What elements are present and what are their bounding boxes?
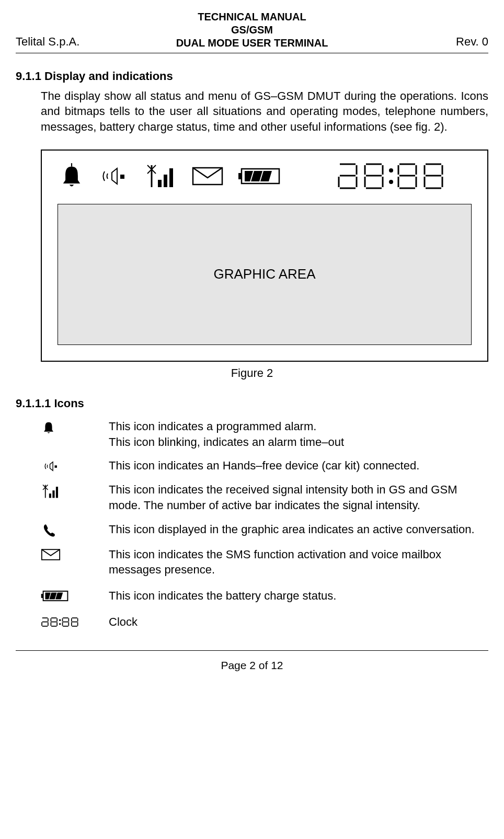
page-footer: Page 2 of 12 bbox=[16, 650, 488, 672]
svg-point-24 bbox=[59, 623, 61, 625]
phone-icon bbox=[41, 522, 109, 538]
svg-rect-6 bbox=[164, 175, 167, 187]
header-line1: TECHNICAL MANUAL bbox=[16, 10, 488, 24]
svg-rect-19 bbox=[56, 487, 58, 498]
icon-entry-clock: Clock bbox=[41, 614, 488, 630]
figure-2-box: GRAPHIC AREA bbox=[41, 150, 488, 362]
handsfree-icon bbox=[100, 163, 132, 189]
svg-rect-7 bbox=[169, 168, 173, 187]
envelope-icon bbox=[191, 165, 224, 187]
header-revision: Rev. 0 bbox=[456, 35, 488, 50]
envelope-icon bbox=[41, 547, 109, 561]
bell-icon bbox=[58, 162, 86, 190]
bell-icon bbox=[41, 419, 109, 435]
sms-desc: This icon indicates the SMS function act… bbox=[109, 547, 488, 578]
signal-desc: This icon indicates the received signal … bbox=[109, 482, 488, 513]
graphic-area-box: GRAPHIC AREA bbox=[58, 204, 472, 345]
header-company: Telital S.p.A. bbox=[16, 35, 79, 50]
battery-icon bbox=[41, 588, 109, 603]
subsection-heading: 9.1.1.1 Icons bbox=[16, 396, 488, 411]
icon-entry-signal: This icon indicates the received signal … bbox=[41, 482, 488, 513]
handsfree-icon bbox=[41, 458, 109, 474]
svg-rect-5 bbox=[158, 180, 162, 187]
icon-entry-handsfree: This icon indicates an Hands–free device… bbox=[41, 458, 488, 474]
clock-desc: Clock bbox=[109, 614, 488, 630]
svg-rect-17 bbox=[49, 493, 51, 498]
svg-rect-1 bbox=[120, 175, 124, 179]
section-paragraph: The display show all status and menu of … bbox=[41, 88, 488, 135]
header-title-block: TECHNICAL MANUAL GS/GSM DUAL MODE USER T… bbox=[16, 10, 488, 50]
icon-entry-sms: This icon indicates the SMS function act… bbox=[41, 547, 488, 578]
svg-point-23 bbox=[59, 619, 61, 620]
battery-desc: This icon indicates the battery charge s… bbox=[109, 588, 488, 604]
section-heading: 9.1.1 Display and indications bbox=[16, 69, 488, 84]
battery-icon bbox=[238, 166, 282, 187]
signal-icon bbox=[146, 162, 177, 190]
icon-entry-call: This icon displayed in the graphic area … bbox=[41, 522, 488, 538]
icon-entry-alarm: This icon indicates a programmed alarm. … bbox=[41, 419, 488, 450]
svg-point-12 bbox=[389, 180, 393, 184]
header-line3: DUAL MODE USER TERMINAL bbox=[16, 37, 488, 50]
call-desc: This icon displayed in the graphic area … bbox=[109, 522, 488, 537]
svg-point-11 bbox=[389, 168, 393, 173]
header-line2: GS/GSM bbox=[16, 24, 488, 37]
svg-rect-18 bbox=[52, 490, 54, 498]
icon-description-table: This icon indicates a programmed alarm. … bbox=[41, 419, 488, 630]
alarm-desc-line2: This icon blinking, indicates an alarm t… bbox=[109, 434, 488, 450]
page-header: Telital S.p.A. TECHNICAL MANUAL GS/GSM D… bbox=[16, 10, 488, 53]
svg-rect-13 bbox=[54, 466, 56, 468]
figure-caption: Figure 2 bbox=[16, 366, 488, 381]
clock-display-icon bbox=[41, 614, 109, 629]
icon-entry-battery: This icon indicates the battery charge s… bbox=[41, 588, 488, 604]
alarm-desc-line1: This icon indicates a programmed alarm. bbox=[109, 419, 488, 434]
clock-display-icon bbox=[336, 160, 472, 192]
display-icon-row bbox=[58, 160, 472, 192]
graphic-area-label: GRAPHIC AREA bbox=[213, 266, 315, 283]
handsfree-desc: This icon indicates an Hands–free device… bbox=[109, 458, 488, 474]
signal-icon bbox=[41, 482, 109, 500]
